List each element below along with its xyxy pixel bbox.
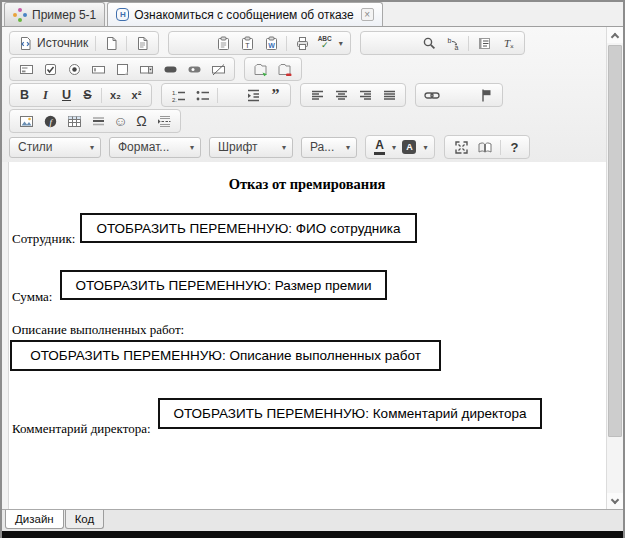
scrollbar-thumb[interactable] [608,45,622,437]
smiley-icon: ☺ [113,114,127,128]
paste-button[interactable] [211,33,235,53]
font-combo[interactable]: Шрифт ▾ [209,137,293,158]
scrollbar-track[interactable] [607,43,623,493]
editor-content-area[interactable]: Отказ от премирования ОТОБРАЗИТЬ ПЕРЕМЕН… [2,162,606,509]
table-button[interactable] [62,111,86,131]
form-button[interactable] [14,59,38,79]
source-button[interactable]: Источник [14,33,92,53]
templates-button[interactable] [130,33,154,53]
align-justify-button[interactable] [377,85,401,105]
image-icon [19,114,34,129]
chevron-down-icon [611,495,619,503]
italic-button[interactable]: I [35,85,56,105]
chevron-down-icon: ▾ [423,143,427,152]
align-center-button[interactable] [329,85,353,105]
editor-column: Источник [2,27,606,509]
bg-color-button[interactable]: A ▾ [400,137,430,157]
align-right-button[interactable] [353,85,377,105]
tab-label: Пример 5-1 [32,8,96,22]
remove-variable-button[interactable] [273,59,297,79]
subscript-icon: x₂ [110,90,121,101]
special-char-button[interactable]: Ω [131,111,152,131]
tab-design[interactable]: Дизайн [5,510,64,529]
anchor-button[interactable] [474,85,498,105]
maximize-button[interactable] [449,137,473,157]
print-icon [295,36,310,51]
spellcheck-button[interactable]: ABC ✓ ▾ [314,33,346,53]
tab-code[interactable]: Код [65,510,105,529]
variable-box-label: ОТОБРАЗИТЬ ПЕРЕМЕННУЮ: Размер премии [75,278,371,293]
image-button-icon [187,62,202,77]
textarea-button[interactable] [110,59,134,79]
replace-button[interactable]: b a [441,33,465,53]
folder-add-icon [253,62,269,77]
tab-ozakomitsya[interactable]: H Ознакомиться с сообщением об отказе × [107,2,382,26]
blockquote-button[interactable]: ” [265,85,286,105]
align-center-icon [334,88,349,103]
show-blocks-button[interactable] [473,137,497,157]
numbered-list-button[interactable]: 1. 2. [166,85,190,105]
format-combo[interactable]: Формат... ▾ [109,137,201,158]
remove-format-button[interactable]: T × [496,33,520,53]
checkbox-button[interactable] [38,59,62,79]
vertical-scrollbar[interactable] [606,27,623,509]
flag-icon [479,88,494,103]
radio-button[interactable] [62,59,86,79]
scroll-down-button[interactable] [607,493,623,509]
print-button[interactable] [290,33,314,53]
chevron-down-icon: ▾ [346,143,350,152]
group-forms [9,57,235,81]
scroll-up-button[interactable] [607,27,623,43]
paste-word-button[interactable]: W [259,33,283,53]
about-button[interactable]: ? [504,137,525,157]
replace-icon: b a [446,36,461,51]
variable-box-employee[interactable]: ОТОБРАЗИТЬ ПЕРЕМЕННУЮ: ФИО сотрудника [80,213,417,243]
horizontal-rule-button[interactable] [86,111,110,131]
variable-box-sum[interactable]: ОТОБРАЗИТЬ ПЕРЕМЕННУЮ: Размер премии [60,270,387,300]
new-page-button[interactable] [99,33,123,53]
size-combo[interactable]: Ра... ▾ [301,137,357,158]
page-break-button[interactable] [152,111,176,131]
svg-text:b: b [447,37,451,44]
superscript-icon: x² [132,90,142,101]
group-tools: ? [444,135,530,159]
select-field-button[interactable] [134,59,158,79]
styles-combo-label: Стили [18,140,53,154]
hidden-field-button[interactable] [206,59,230,79]
button-field-button[interactable] [158,59,182,79]
variable-box-work[interactable]: ОТОБРАЗИТЬ ПЕРЕМЕННУЮ: Описание выполнен… [10,340,441,371]
indent-button[interactable] [241,85,265,105]
insert-variable-button[interactable] [249,59,273,79]
paste-text-button[interactable]: T [235,33,259,53]
find-button[interactable] [417,33,441,53]
smiley-button[interactable]: ☺ [110,111,131,131]
bulleted-list-icon [195,88,210,103]
chevron-down-icon: ▾ [392,143,396,152]
link-button[interactable] [420,85,444,105]
image-button[interactable] [14,111,38,131]
main-area: Источник [2,27,623,509]
styles-combo[interactable]: Стили ▾ [9,137,101,158]
flash-button[interactable]: f [38,111,62,131]
bulleted-list-button[interactable] [190,85,214,105]
text-field-button[interactable] [86,59,110,79]
subscript-button[interactable]: x₂ [105,85,126,105]
tab-example-5-1[interactable]: Пример 5-1 [4,2,105,26]
image-button-button[interactable] [182,59,206,79]
group-colors: A ▾ A ▾ [365,135,435,159]
new-page-icon [104,36,119,51]
variable-box-comment[interactable]: ОТОБРАЗИТЬ ПЕРЕМЕННУЮ: Комментарий дирек… [158,398,542,429]
bold-button[interactable]: B [14,85,35,105]
align-left-button[interactable] [305,85,329,105]
help-icon: ? [511,141,519,154]
group-clipboard: T W [168,31,351,55]
chevron-down-icon: ▾ [282,143,286,152]
underline-button[interactable]: U [56,85,77,105]
text-color-button[interactable]: A ▾ [370,137,400,157]
editor-tabbar: Пример 5-1 H Ознакомиться с сообщением о… [2,2,623,27]
select-all-button[interactable] [472,33,496,53]
close-tab-icon[interactable]: × [361,8,374,21]
text-field-icon [91,62,106,77]
strikethrough-button[interactable]: S [77,85,98,105]
superscript-button[interactable]: x² [126,85,147,105]
